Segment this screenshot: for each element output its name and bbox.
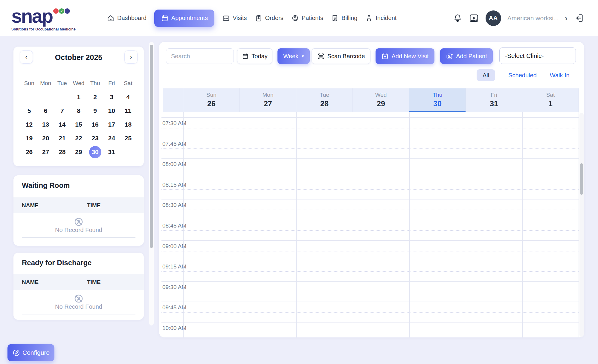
mini-calendar-day[interactable]: 4 — [120, 90, 136, 104]
nav-item-incident[interactable]: Incident — [365, 14, 396, 22]
time-slot-row[interactable]: 09:15 AM — [161, 261, 579, 281]
day-name-label: Thu — [409, 92, 466, 98]
mini-calendar-day[interactable]: 18 — [120, 118, 136, 131]
nav-item-billing[interactable]: Billing — [331, 14, 357, 22]
app-logo[interactable]: snap ! ✓ Solutions for Occupational Medi… — [11, 3, 76, 31]
time-slot-row[interactable]: 09:00 AM — [161, 240, 579, 261]
day-header-sat[interactable]: Sat1 — [522, 88, 579, 112]
mini-calendar-day[interactable]: 7 — [54, 104, 70, 118]
mini-calendar-day[interactable]: 21 — [54, 131, 70, 145]
day-header-mon[interactable]: Mon27 — [240, 88, 296, 112]
mini-calendar-day[interactable]: 17 — [103, 118, 120, 131]
day-header-fri[interactable]: Fri31 — [466, 88, 522, 112]
day-date-label: 26 — [183, 99, 239, 108]
search-input[interactable] — [166, 48, 234, 64]
mini-calendar-day[interactable]: 5 — [21, 104, 37, 118]
calendar-scrollbar-track[interactable] — [579, 113, 584, 337]
mini-calendar-day[interactable]: 14 — [54, 118, 70, 131]
nav-item-dashboard[interactable]: Dashboard — [107, 14, 147, 22]
nav-item-appointments[interactable]: Appointments — [154, 10, 214, 27]
time-label: 09:30 AM — [162, 284, 186, 291]
notifications-bell-icon[interactable] — [453, 13, 462, 23]
mini-calendar-day[interactable]: 26 — [21, 145, 37, 159]
mini-calendar-day[interactable]: 20 — [37, 131, 54, 145]
time-slot-row[interactable]: 07:30 AM — [161, 117, 579, 138]
sidebar-scrollbar-thumb[interactable] — [150, 45, 153, 248]
mini-calendar-day[interactable]: 9 — [87, 104, 103, 118]
appointments-panel: Today Week ▾ Scan Barcode Add New Visit … — [159, 42, 584, 337]
time-slot-row[interactable]: 08:00 AM — [161, 158, 579, 179]
add-new-visit-button[interactable]: Add New Visit — [376, 48, 434, 64]
mini-calendar-day[interactable]: 2 — [87, 90, 103, 104]
mini-calendar-day[interactable]: 3 — [103, 90, 120, 104]
day-column-line — [183, 112, 184, 337]
logout-icon[interactable] — [574, 13, 584, 23]
select-clinic-input[interactable] — [499, 47, 576, 64]
no-record-icon — [73, 216, 84, 227]
logo-check-badge-icon: ✓ — [59, 8, 64, 14]
add-patient-button[interactable]: Add Patient — [440, 48, 493, 64]
calendar-scrollbar-thumb[interactable] — [580, 163, 583, 195]
filter-walk-in[interactable]: Walk In — [550, 72, 570, 79]
mini-calendar-day[interactable]: 10 — [103, 104, 120, 118]
week-view-dropdown[interactable]: Week ▾ — [277, 48, 310, 64]
filter-all[interactable]: All — [477, 69, 495, 81]
filter-scheduled[interactable]: Scheduled — [508, 72, 537, 79]
column-header-name: NAME — [22, 274, 39, 290]
mini-calendar-day[interactable]: 16 — [87, 118, 103, 131]
nav-label: Appointments — [171, 15, 208, 21]
mini-calendar-day[interactable]: 25 — [120, 131, 136, 145]
chevron-right-icon[interactable]: › — [565, 14, 568, 22]
day-header-wed[interactable]: Wed29 — [353, 88, 409, 112]
time-slot-row[interactable]: 08:15 AM — [161, 179, 579, 199]
day-header-sun[interactable]: Sun26 — [183, 88, 240, 112]
mini-calendar-day[interactable]: 29 — [70, 145, 87, 159]
caret-down-icon: ▾ — [302, 53, 304, 59]
mini-calendar-day[interactable]: 27 — [37, 145, 54, 159]
nav-item-orders[interactable]: Orders — [255, 14, 283, 22]
time-slot-row[interactable]: 09:45 AM — [161, 302, 579, 322]
mini-calendar-day[interactable]: 8 — [70, 104, 87, 118]
today-label: Today — [251, 53, 267, 60]
avatar[interactable]: AA — [486, 10, 501, 26]
ready-for-discharge-title: Ready for Discharge — [22, 259, 91, 267]
time-slot-row[interactable]: 08:45 AM — [161, 220, 579, 240]
video-tutorial-icon[interactable] — [469, 13, 479, 24]
mini-calendar-day[interactable]: 12 — [21, 118, 37, 131]
mini-calendar-day[interactable]: 19 — [21, 131, 37, 145]
mini-calendar-day-selected[interactable]: 30 — [87, 145, 103, 159]
day-header-tue[interactable]: Tue28 — [296, 88, 353, 112]
mini-calendar-day[interactable]: 31 — [103, 145, 120, 159]
mini-calendar-day[interactable]: 6 — [37, 104, 54, 118]
scan-barcode-button[interactable]: Scan Barcode — [312, 48, 370, 64]
main-nav: Dashboard Appointments Visits Orders Pat… — [107, 0, 396, 36]
half-slot-dotted-line — [161, 210, 579, 210]
mini-calendar-day[interactable]: 15 — [70, 118, 87, 131]
mini-calendar-day[interactable]: 11 — [120, 104, 136, 118]
time-slot-row[interactable]: 10:00 AM — [161, 322, 579, 337]
today-button[interactable]: Today — [237, 48, 272, 64]
calendar-next-month-button[interactable]: › — [124, 50, 138, 64]
nav-item-patients[interactable]: Patients — [291, 14, 323, 22]
mini-calendar-weekday: Mon — [37, 76, 54, 90]
day-header-thu[interactable]: Thu30 — [409, 88, 466, 112]
configure-button[interactable]: Configure — [7, 344, 54, 361]
account-name[interactable]: American worksi... — [507, 15, 559, 22]
time-label: 08:30 AM — [162, 202, 186, 208]
half-slot-dotted-line — [161, 169, 579, 169]
mini-calendar-day[interactable]: 22 — [70, 131, 87, 145]
sidebar-scrollbar-track[interactable] — [149, 42, 154, 325]
time-slot-row[interactable]: 09:30 AM — [161, 281, 579, 302]
time-slot-row[interactable]: 07:45 AM — [161, 138, 579, 159]
mini-calendar-day[interactable]: 24 — [103, 131, 120, 145]
mini-calendar-day[interactable]: 28 — [54, 145, 70, 159]
time-label: 10:00 AM — [162, 325, 186, 331]
day-date-label: 27 — [240, 99, 296, 108]
day-name-label: Sat — [522, 92, 579, 98]
mini-calendar-day[interactable]: 13 — [37, 118, 54, 131]
mini-calendar-day[interactable]: 1 — [70, 90, 87, 104]
mini-calendar-day[interactable]: 23 — [87, 131, 103, 145]
time-slot-row[interactable]: 08:30 AM — [161, 199, 579, 220]
nav-label: Orders — [265, 15, 283, 21]
nav-item-visits[interactable]: Visits — [222, 14, 247, 22]
